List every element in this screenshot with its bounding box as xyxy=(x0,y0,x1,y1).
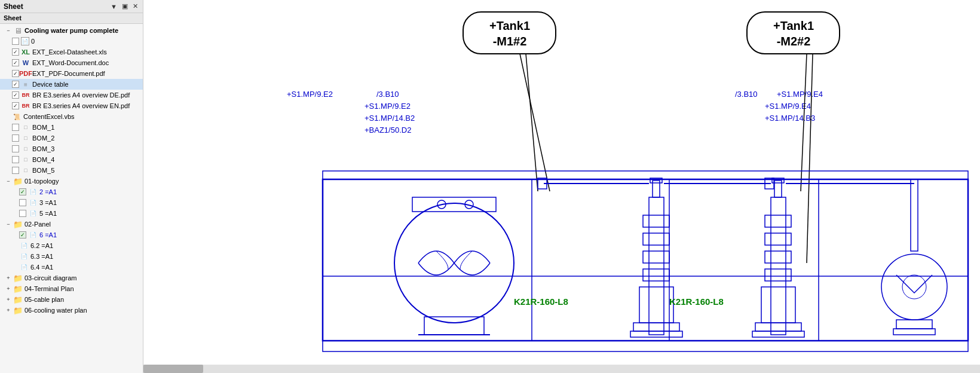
svg-rect-0 xyxy=(143,0,980,373)
folder-cooling-icon: 📁 xyxy=(13,306,23,314)
label-cooling: 06-cooling water plan xyxy=(24,307,87,314)
panel-subheader: Sheet xyxy=(0,13,143,24)
label-p6: 6 =A1 xyxy=(39,231,57,239)
tank1-m2-line1: +Tank1 xyxy=(773,19,814,32)
tree-item-0[interactable]: 📄 0 xyxy=(0,36,143,47)
checkbox-bom3[interactable] xyxy=(12,145,19,152)
tree-item-p64[interactable]: 📄 6.4 =A1 xyxy=(0,262,143,273)
tree-item-device-table[interactable]: ✓ ≡ Device table xyxy=(0,79,143,90)
tree-item-p63[interactable]: 📄 6.3 =A1 xyxy=(0,251,143,262)
checkbox-bom1[interactable] xyxy=(12,124,19,131)
tree-item-bom1[interactable]: □ BOM_1 xyxy=(0,122,143,133)
tree-item-t5[interactable]: 📄 5 =A1 xyxy=(0,208,143,219)
page-icon-0: 📄 xyxy=(21,37,29,45)
svg-rect-50 xyxy=(143,365,980,373)
toggle-cable[interactable]: + xyxy=(5,296,12,303)
label-vbs: ContentExcel.vbs xyxy=(23,113,75,120)
folder-circuit-icon: 📁 xyxy=(13,274,23,282)
checkbox-t2[interactable]: ✓ xyxy=(19,188,26,195)
annotation-left-1: +S1.MP/9.E2 xyxy=(287,90,333,99)
folder-terminal-icon: 📁 xyxy=(13,285,23,293)
checkbox-br-en[interactable]: ✓ xyxy=(12,102,19,109)
panel-header: Sheet ▼ ▣ ✕ xyxy=(0,0,143,13)
label-device: Device table xyxy=(32,81,69,88)
bom2-icon: □ xyxy=(21,134,30,142)
tree-item-panel-folder[interactable]: − 📁 02-Panel xyxy=(0,219,143,230)
annotation-right-4: +S1.MP/14.B3 xyxy=(765,114,815,123)
checkbox-t5[interactable] xyxy=(19,210,26,217)
annotation-right-2: +S1.MP/9.E4 xyxy=(777,90,823,99)
toggle-circuit[interactable]: + xyxy=(5,274,12,282)
tree-item-br-de[interactable]: ✓ BR BR E3.series A4 overview DE.pdf xyxy=(0,90,143,100)
tree-item-terminal[interactable]: + 📁 04-Terminal Plan xyxy=(0,283,143,294)
svg-rect-51 xyxy=(143,365,203,373)
tree-item-br-en[interactable]: ✓ BR BR E3.series A4 overview EN.pdf xyxy=(0,100,143,111)
panel-pin-btn[interactable]: ▼ xyxy=(109,2,118,10)
bom1-icon: □ xyxy=(21,123,30,132)
tree-item-root[interactable]: − 🖥 Cooling water pump complete xyxy=(0,25,143,36)
checkbox-br-de[interactable]: ✓ xyxy=(12,91,19,99)
checkbox-pdf[interactable]: ✓ xyxy=(12,70,19,77)
pump-label-1: K21R-160-L8 xyxy=(514,296,568,307)
vbs-icon: 📜 xyxy=(12,112,22,121)
toggle-root[interactable]: − xyxy=(5,27,12,34)
panel-title: Sheet xyxy=(4,2,23,11)
tree-item-p62[interactable]: 📄 6.2 =A1 xyxy=(0,240,143,251)
tree-area[interactable]: − 🖥 Cooling water pump complete 📄 0 ✓ XL… xyxy=(0,24,143,373)
bom5-icon: □ xyxy=(21,166,30,175)
label-pdf: EXT_PDF-Document.pdf xyxy=(32,70,105,77)
drawing-svg: +S1.MP/9.E2 /3.B10 +S1.MP/9.E2 +S1.MP/14… xyxy=(143,0,980,373)
tree-item-pdf[interactable]: ✓ PDF EXT_PDF-Document.pdf xyxy=(0,68,143,79)
annotation-right-1: /3.B10 xyxy=(735,90,758,99)
checkbox-0[interactable] xyxy=(12,38,19,45)
checkbox-bom4[interactable] xyxy=(12,156,19,163)
label-terminal: 04-Terminal Plan xyxy=(24,285,74,292)
panel-close-btn[interactable]: ✕ xyxy=(131,2,139,10)
t3-icon: 📄 xyxy=(28,198,38,207)
p63-icon: 📄 xyxy=(19,252,29,261)
tbl-icon: ≡ xyxy=(21,80,30,88)
checkbox-doc[interactable]: ✓ xyxy=(12,59,19,66)
toggle-panel[interactable]: − xyxy=(5,221,12,228)
checkbox-t3[interactable] xyxy=(19,199,26,206)
t5-icon: 📄 xyxy=(28,209,38,218)
label-p64: 6.4 =A1 xyxy=(30,264,53,271)
tree-item-xls[interactable]: ✓ XL EXT_Excel-Datasheet.xls xyxy=(0,47,143,57)
checkbox-bom5[interactable] xyxy=(12,167,19,174)
label-bom1: BOM_1 xyxy=(32,124,54,131)
tree-item-bom3[interactable]: □ BOM_3 xyxy=(0,143,143,154)
label-t3: 3 =A1 xyxy=(39,199,57,206)
tree-item-p6[interactable]: ✓ 📄 6 =A1 xyxy=(0,230,143,240)
tree-item-cable[interactable]: + 📁 05-cable plan xyxy=(0,294,143,305)
label-p63: 6.3 =A1 xyxy=(30,253,53,260)
tank1-m2-line2: -M2#2 xyxy=(777,35,811,48)
tree-item-bom5[interactable]: □ BOM_5 xyxy=(0,165,143,176)
toggle-cooling[interactable]: + xyxy=(5,307,12,314)
tree-item-bom4[interactable]: □ BOM_4 xyxy=(0,154,143,165)
tree-item-circuit[interactable]: + 📁 03-circuit diagram xyxy=(0,273,143,283)
checkbox-device[interactable]: ✓ xyxy=(12,81,19,88)
folder-topology-icon: 📁 xyxy=(13,177,23,185)
pump-label-2: K21R-160-L8 xyxy=(669,296,724,307)
checkbox-bom2[interactable] xyxy=(12,134,19,142)
panel-dock-btn[interactable]: ▣ xyxy=(121,2,129,10)
tree-item-vbs[interactable]: 📜 ContentExcel.vbs xyxy=(0,111,143,122)
label-t2: 2 =A1 xyxy=(39,188,57,195)
label-bom5: BOM_5 xyxy=(32,167,54,174)
checkbox-p6[interactable]: ✓ xyxy=(19,231,26,239)
folder-cable-icon: 📁 xyxy=(13,295,23,304)
tree-item-cooling[interactable]: + 📁 06-cooling water plan xyxy=(0,305,143,316)
tree-item-topology[interactable]: − 📁 01-topology xyxy=(0,176,143,186)
tree-item-t2[interactable]: ✓ 📄 2 =A1 xyxy=(0,186,143,197)
pdf-en-icon: BR xyxy=(21,102,30,110)
main-drawing-area[interactable]: +S1.MP/9.E2 /3.B10 +S1.MP/9.E2 +S1.MP/14… xyxy=(143,0,980,373)
tree-item-t3[interactable]: 📄 3 =A1 xyxy=(0,197,143,208)
bom3-icon: □ xyxy=(21,145,30,153)
tree-item-bom2[interactable]: □ BOM_2 xyxy=(0,133,143,143)
toggle-terminal[interactable]: + xyxy=(5,285,12,292)
tree-item-doc[interactable]: ✓ W EXT_Word-Document.doc xyxy=(0,57,143,68)
pdf-de-icon: BR xyxy=(21,91,30,99)
toggle-topology[interactable]: − xyxy=(5,178,12,185)
label-circuit: 03-circuit diagram xyxy=(24,274,76,282)
checkbox-xls[interactable]: ✓ xyxy=(12,48,19,56)
